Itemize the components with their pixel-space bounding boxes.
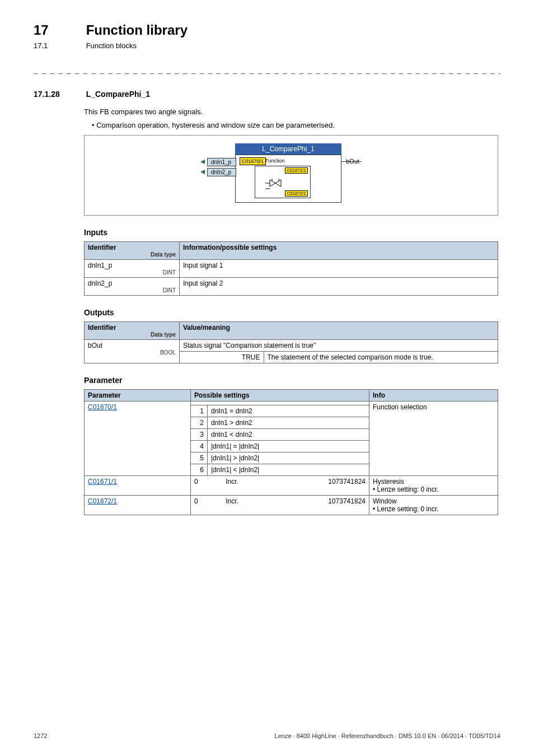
table-row: C01672/1 0 Incr. 1073741824 Window • Len… (85, 495, 498, 515)
col-datatype: Data type (88, 251, 176, 258)
col-info: Info (369, 389, 498, 401)
col-datatype: Data type (88, 332, 176, 338)
footer-text: Lenze · 8400 HighLine · Referenzhandbuch… (275, 732, 500, 739)
page-number: 1272 (34, 732, 47, 739)
func-label: Function (265, 158, 285, 164)
separator: _ _ _ _ _ _ _ _ _ _ _ _ _ _ _ _ _ _ _ _ … (34, 66, 500, 74)
datatype-value: DINT (88, 269, 176, 276)
inputs-heading: Inputs (84, 228, 500, 237)
inner-block: C01671/1 C01672/1 (255, 166, 311, 198)
identifier-value: dnIn2_p (88, 279, 176, 287)
arrow-icon (200, 160, 205, 164)
block-diagram: L_ComparePhi_1 dnIn1_p dnIn2_p bOut C016… (84, 135, 498, 216)
param-link[interactable]: C01670/1 (88, 403, 117, 411)
opt-text: |dnIn1| = |dnIn2| (208, 440, 369, 452)
info-value: Input signal 2 (180, 277, 498, 295)
param-code-2: C01672/1 (285, 190, 308, 197)
port-in2: dnIn2_p (207, 168, 236, 176)
range-high: 1073741824 (256, 475, 369, 495)
inputs-table: Identifier Data type Information/possibl… (84, 241, 498, 296)
param-info-detail: • Lenze setting: 0 incr. (373, 486, 494, 493)
datatype-value: BOOL (88, 349, 176, 356)
table-row: dnIn2_p DINT Input signal 2 (85, 277, 498, 295)
true-text: The statement of the selected comparison… (264, 352, 534, 363)
opt-text: |dnIn1| > |dnIn2| (208, 452, 369, 464)
datatype-value: DINT (88, 287, 176, 293)
param-info-name: Hysteresis (373, 478, 494, 486)
col-identifier: Identifier (88, 324, 176, 332)
opt-num: 3 (191, 428, 208, 440)
range-unit: Incr. (208, 475, 257, 495)
opt-num: 5 (191, 452, 208, 464)
param-info-name: Window (373, 497, 494, 505)
param-code-1: C01671/1 (285, 167, 308, 174)
opt-num: 1 (191, 405, 208, 417)
opt-num: 4 (191, 440, 208, 452)
table-row: dnIn1_p DINT Input signal 1 (85, 259, 498, 277)
table-row: C01671/1 0 Incr. 1073741824 Hysteresis •… (85, 475, 498, 495)
chapter-title: Function library (86, 22, 188, 38)
arrow-icon (200, 170, 205, 174)
true-label: TRUE (230, 352, 264, 363)
chapter-number: 17 (34, 22, 84, 38)
opt-text: dnIn1 = dnIn2 (208, 405, 369, 417)
opt-num: 6 (191, 464, 208, 475)
diagram-title: L_ComparePhi_1 (235, 143, 341, 155)
col-identifier: Identifier (88, 244, 176, 251)
col-info: Information/possible settings (180, 241, 498, 259)
param-link[interactable]: C01671/1 (88, 478, 117, 486)
col-settings: Possible settings (191, 389, 369, 401)
parameter-table: Parameter Possible settings Info C01670/… (84, 389, 498, 515)
svg-marker-3 (275, 180, 281, 186)
col-parameter: Parameter (85, 389, 191, 401)
identifier-value: dnIn1_p (88, 262, 176, 269)
func-code: C01670/1 (240, 157, 266, 165)
info-value: Input signal 1 (180, 259, 498, 277)
range-low: 0 (191, 495, 208, 515)
opt-text: dnIn1 < dnIn2 (208, 428, 369, 440)
range-unit: Incr. (208, 495, 257, 515)
port-in1: dnIn1_p (207, 158, 236, 166)
comparator-icon (265, 178, 288, 193)
parameter-heading: Parameter (84, 376, 500, 385)
subsection-title: L_ComparePhi_1 (86, 90, 150, 99)
bullet-text: • Comparison operation, hysteresis and w… (92, 121, 500, 129)
range-low: 0 (191, 475, 208, 495)
opt-text: |dnIn1| < |dnIn2| (208, 464, 369, 475)
table-row: C01670/1 Function selection (85, 401, 498, 405)
subsection-number: 17.1.28 (34, 90, 84, 99)
range-high: 1073741824 (256, 495, 369, 515)
outputs-heading: Outputs (84, 308, 500, 317)
status-text: Status signal "Comparison statement is t… (180, 339, 498, 351)
param-info: Function selection (369, 401, 498, 475)
section-number: 17.1 (34, 41, 84, 50)
svg-marker-2 (270, 180, 275, 186)
section-title: Function blocks (86, 41, 137, 50)
opt-text: dnIn1 > dnIn2 (208, 417, 369, 428)
page-footer: 1272 Lenze · 8400 HighLine · Referenzhan… (34, 732, 500, 739)
param-info-detail: • Lenze setting: 0 incr. (373, 505, 494, 513)
intro-text: This FB compares two angle signals. (84, 106, 500, 118)
col-value: Value/meaning (180, 321, 498, 339)
outputs-table: Identifier Data type Value/meaning bOut … (84, 321, 498, 363)
identifier-value: bOut (88, 342, 176, 349)
param-link[interactable]: C01672/1 (88, 497, 117, 505)
output-line (341, 161, 362, 162)
table-row: bOut BOOL Status signal "Comparison stat… (85, 339, 498, 351)
opt-num: 2 (191, 417, 208, 428)
